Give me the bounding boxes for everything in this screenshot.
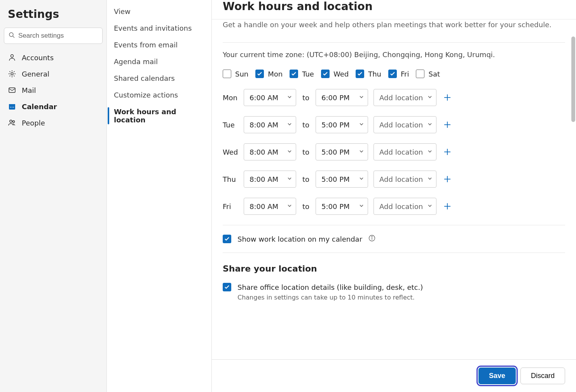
svg-line-1 (13, 36, 14, 38)
sidebar-item-mail[interactable]: Mail (0, 82, 106, 98)
add-time-button[interactable] (442, 92, 453, 103)
location-dropdown[interactable]: Add location (374, 116, 436, 133)
schedule-row: Tue8:00 AMto5:00 PMAdd location (223, 116, 565, 133)
end-time-dropdown[interactable]: 5:00 PM (316, 171, 368, 188)
add-time-button[interactable] (442, 201, 453, 212)
submenu-item-events-invitations[interactable]: Events and invitations (107, 20, 211, 37)
svg-point-11 (13, 121, 15, 123)
show-location-label: Show work location on my calendar (237, 235, 362, 243)
sidebar-item-label: Mail (22, 86, 36, 94)
main-scroll-body[interactable]: Get a handle on your week and help other… (212, 19, 576, 359)
main-header: Work hours and location (212, 0, 576, 19)
to-label: to (302, 94, 309, 102)
gear-icon (8, 70, 16, 78)
sidebar-item-label: Accounts (22, 54, 54, 62)
checkbox-sun[interactable] (223, 70, 231, 78)
main-panel: Work hours and location Get a handle on … (212, 0, 576, 392)
divider (223, 225, 565, 225)
end-time-dropdown[interactable]: 5:00 PM (316, 198, 368, 215)
checkbox-thu[interactable] (356, 70, 364, 78)
sidebar-item-accounts[interactable]: Accounts (0, 49, 106, 66)
location-dropdown[interactable]: Add location (374, 89, 436, 106)
submenu-item-customize-actions[interactable]: Customize actions (107, 87, 211, 103)
sidebar-item-general[interactable]: General (0, 66, 106, 82)
day-label: Tue (302, 70, 314, 78)
share-hint: Changes in settings can take up to 10 mi… (237, 294, 565, 301)
checkbox-sat[interactable] (416, 70, 424, 78)
search-input[interactable] (4, 28, 103, 44)
schedule-row: Thu8:00 AMto5:00 PMAdd location (223, 171, 565, 188)
svg-rect-6 (9, 104, 15, 106)
show-location-row: Show work location on my calendar (223, 235, 565, 243)
svg-point-9 (13, 107, 14, 108)
end-time-dropdown[interactable]: 5:00 PM (316, 116, 368, 133)
svg-point-24 (372, 237, 372, 237)
submenu-item-work-hours[interactable]: Work hours and location (107, 103, 211, 128)
info-icon[interactable] (368, 235, 375, 243)
schedule-day-label: Mon (223, 94, 238, 102)
schedule-row: Fri8:00 AMto5:00 PMAdd location (223, 198, 565, 215)
add-time-button[interactable] (442, 119, 453, 130)
timezone-label: Your current time zone: (UTC+08:00) Beij… (223, 51, 565, 59)
location-dropdown[interactable]: Add location (374, 171, 436, 188)
checkbox-show-location[interactable] (223, 235, 231, 243)
calendar-submenu: View Events and invitations Events from … (107, 0, 212, 392)
divider (223, 253, 565, 253)
day-label: Sat (428, 70, 440, 78)
add-time-button[interactable] (442, 174, 453, 185)
sidebar-item-calendar[interactable]: Calendar (0, 98, 106, 115)
day-label: Wed (333, 70, 349, 78)
end-time-dropdown[interactable]: 6:00 PM (316, 89, 368, 106)
submenu-item-view[interactable]: View (107, 3, 211, 20)
share-office-row: Share office location details (like buil… (223, 283, 565, 291)
to-label: to (302, 121, 309, 129)
search-container (4, 28, 103, 44)
share-office-label: Share office location details (like buil… (237, 283, 423, 291)
end-time-dropdown[interactable]: 5:00 PM (316, 143, 368, 160)
submenu-item-events-email[interactable]: Events from email (107, 37, 211, 53)
start-time-dropdown[interactable]: 8:00 AM (244, 116, 296, 133)
save-button[interactable]: Save (478, 368, 516, 384)
sidebar-item-label: General (22, 70, 49, 78)
schedule-day-label: Fri (223, 202, 238, 211)
svg-rect-4 (9, 88, 15, 92)
share-location-title: Share your location (223, 264, 565, 274)
day-label: Mon (268, 70, 283, 78)
schedule-day-label: Thu (223, 175, 238, 183)
discard-button[interactable]: Discard (520, 368, 565, 384)
svg-point-7 (10, 107, 11, 108)
schedule-row: Wed8:00 AMto5:00 PMAdd location (223, 143, 565, 160)
footer-bar: Save Discard (212, 359, 576, 392)
checkbox-fri[interactable] (388, 70, 397, 78)
location-dropdown[interactable]: Add location (374, 143, 436, 160)
to-label: to (302, 175, 309, 183)
calendar-icon (8, 102, 16, 111)
location-dropdown[interactable]: Add location (374, 198, 436, 215)
settings-title: Settings (0, 4, 106, 28)
person-icon (8, 53, 16, 62)
search-icon (9, 32, 15, 40)
settings-sidebar: Settings Accounts General Mail Calendar … (0, 0, 107, 392)
start-time-dropdown[interactable]: 6:00 AM (244, 89, 296, 106)
sidebar-item-label: People (22, 119, 45, 127)
start-time-dropdown[interactable]: 8:00 AM (244, 198, 296, 215)
start-time-dropdown[interactable]: 8:00 AM (244, 171, 296, 188)
submenu-item-shared-calendars[interactable]: Shared calendars (107, 70, 211, 87)
sidebar-item-people[interactable]: People (0, 115, 106, 131)
svg-point-2 (11, 55, 14, 57)
svg-point-0 (9, 33, 13, 37)
svg-point-3 (11, 73, 13, 75)
sidebar-item-label: Calendar (22, 103, 57, 111)
people-icon (8, 118, 16, 127)
checkbox-wed[interactable] (321, 70, 330, 78)
add-time-button[interactable] (442, 146, 453, 157)
checkbox-mon[interactable] (255, 70, 264, 78)
start-time-dropdown[interactable]: 8:00 AM (244, 143, 296, 160)
schedule-day-label: Wed (223, 148, 238, 156)
scrollbar-thumb[interactable] (571, 37, 575, 122)
schedule-day-label: Tue (223, 121, 238, 129)
day-label: Sun (235, 70, 248, 78)
checkbox-share-office[interactable] (223, 283, 231, 291)
checkbox-tue[interactable] (290, 70, 298, 78)
submenu-item-agenda-mail[interactable]: Agenda mail (107, 53, 211, 70)
